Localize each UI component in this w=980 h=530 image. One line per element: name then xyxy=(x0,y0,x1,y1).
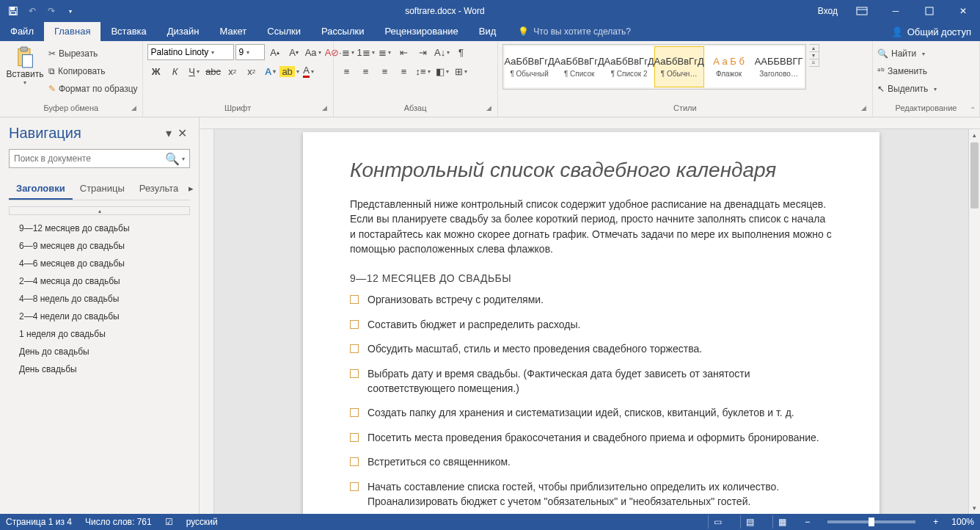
checkbox-icon[interactable] xyxy=(350,482,359,491)
shrink-font-icon[interactable]: A▾ xyxy=(285,44,303,60)
read-mode-icon[interactable]: ▭ xyxy=(708,515,727,529)
tab-review[interactable]: Рецензирование xyxy=(374,22,468,41)
nav-item[interactable]: 2—4 месяца до свадьбы xyxy=(9,272,190,290)
checkbox-icon[interactable] xyxy=(350,369,359,378)
bullets-icon[interactable]: ∙≣ xyxy=(338,44,356,60)
vertical-scrollbar[interactable]: ▴ ▾ xyxy=(968,129,980,514)
nav-item[interactable]: 2—4 недели до свадьбы xyxy=(9,308,190,325)
font-color-icon[interactable]: A xyxy=(300,63,318,79)
styles-down-icon[interactable]: ▾ xyxy=(809,52,819,59)
nav-close-icon[interactable]: ✕ xyxy=(175,126,190,140)
tab-view[interactable]: Вид xyxy=(469,22,507,41)
styles-dialog-launcher-icon[interactable]: ◢ xyxy=(861,104,866,112)
checkbox-icon[interactable] xyxy=(350,433,359,442)
indent-icon[interactable]: ⇥ xyxy=(414,44,432,60)
redo-icon[interactable]: ↷ xyxy=(43,2,60,20)
justify-icon[interactable]: ≡ xyxy=(395,63,413,79)
nav-search[interactable]: 🔍▾ xyxy=(9,149,190,168)
close-icon[interactable]: ✕ xyxy=(946,0,980,22)
nav-item[interactable]: 1 неделя до свадьбы xyxy=(9,325,190,343)
tab-refs[interactable]: Ссылки xyxy=(257,22,311,41)
nav-tab-headings[interactable]: Заголовки xyxy=(9,178,73,200)
qat-customize-icon[interactable]: ▾ xyxy=(62,2,79,20)
nav-tab-pages[interactable]: Страницы xyxy=(73,178,132,200)
tellme-search[interactable]: 💡Что вы хотите сделать? xyxy=(506,22,631,41)
checkbox-icon[interactable] xyxy=(350,295,359,304)
nav-item[interactable]: 4—6 месяцев до свадьбы xyxy=(9,255,190,272)
style-item[interactable]: АаБбВвГгД¶ Список xyxy=(555,46,604,87)
scroll-up-icon[interactable]: ▴ xyxy=(969,129,980,141)
copy-button[interactable]: ⧉Копировать xyxy=(48,63,138,79)
styles-up-icon[interactable]: ▴ xyxy=(809,45,819,52)
signin-link[interactable]: Вход xyxy=(811,0,845,22)
highlight-icon[interactable]: ab xyxy=(281,63,299,79)
bold-icon[interactable]: Ж xyxy=(147,63,165,79)
font-name-combo[interactable]: Palatino Linoty▾ xyxy=(147,44,234,60)
nav-item[interactable]: День до свадьбы xyxy=(9,343,190,360)
zoom-level[interactable]: 100% xyxy=(951,517,974,527)
format-painter-button[interactable]: ✎Формат по образцу xyxy=(48,81,138,97)
outdent-icon[interactable]: ⇤ xyxy=(395,44,413,60)
line-spacing-icon[interactable]: ↕≡ xyxy=(414,63,432,79)
scroll-down-icon[interactable]: ▾ xyxy=(969,502,980,514)
borders-icon[interactable]: ⊞ xyxy=(453,63,470,79)
zoom-out-icon[interactable]: − xyxy=(805,517,810,527)
align-left-icon[interactable]: ≡ xyxy=(338,63,356,79)
multilevel-icon[interactable]: ≣ xyxy=(376,44,394,60)
find-button[interactable]: 🔍Найти▾ xyxy=(877,46,925,62)
italic-icon[interactable]: К xyxy=(167,63,184,79)
tab-mail[interactable]: Рассылки xyxy=(311,22,374,41)
font-size-combo[interactable]: 9▾ xyxy=(235,44,265,60)
underline-icon[interactable]: Ч xyxy=(186,63,203,79)
nav-item[interactable]: 6—9 месяцев до свадьбы xyxy=(9,237,190,255)
nav-tabs-overflow-icon[interactable]: ▸ xyxy=(186,178,197,200)
status-language[interactable]: русский xyxy=(186,517,218,527)
para-dialog-launcher-icon[interactable]: ◢ xyxy=(486,104,491,112)
nav-tab-results[interactable]: Результа xyxy=(132,178,186,200)
superscript-icon[interactable]: x2 xyxy=(243,63,260,79)
style-item[interactable]: АаБбВвГгД¶ Обычный xyxy=(505,46,555,87)
style-item[interactable]: ААББВВГГЗаголово… xyxy=(754,46,804,87)
align-center-icon[interactable]: ≡ xyxy=(357,63,375,79)
text-effects-icon[interactable]: A xyxy=(262,63,279,79)
ruler-vertical[interactable] xyxy=(200,129,214,514)
zoom-slider[interactable] xyxy=(827,520,915,523)
change-case-icon[interactable]: Aa xyxy=(304,44,322,60)
select-button[interactable]: ↖Выделить▾ xyxy=(877,81,937,97)
font-dialog-launcher-icon[interactable]: ◢ xyxy=(322,104,327,112)
sort-icon[interactable]: A↓ xyxy=(434,44,451,60)
search-icon[interactable]: 🔍 xyxy=(165,152,180,166)
numbering-icon[interactable]: 1≣ xyxy=(357,44,375,60)
replace-button[interactable]: ᵃᵇЗаменить xyxy=(877,63,927,79)
display-options-icon[interactable] xyxy=(845,0,879,22)
ruler-horizontal[interactable] xyxy=(200,117,980,129)
nav-search-input[interactable] xyxy=(14,153,165,164)
tab-layout[interactable]: Макет xyxy=(209,22,257,41)
checkbox-icon[interactable] xyxy=(350,320,359,329)
nav-item[interactable]: 4—8 недель до свадьбы xyxy=(9,290,190,308)
subscript-icon[interactable]: x2 xyxy=(224,63,241,79)
share-button[interactable]: 👤Общий доступ xyxy=(882,22,980,41)
nav-menu-icon[interactable]: ▾ xyxy=(163,126,175,140)
nav-collapse-icon[interactable]: ▴ xyxy=(9,206,190,215)
styles-gallery[interactable]: АаБбВвГгД¶ ОбычныйАаБбВвГгД¶ СписокАаБбВ… xyxy=(502,44,806,90)
tab-file[interactable]: Файл xyxy=(0,22,44,41)
print-layout-icon[interactable]: ▤ xyxy=(740,515,759,529)
save-icon[interactable] xyxy=(4,2,22,20)
status-words[interactable]: Число слов: 761 xyxy=(85,517,152,527)
minimize-icon[interactable]: ─ xyxy=(879,0,913,22)
grow-font-icon[interactable]: A▴ xyxy=(266,44,284,60)
style-item[interactable]: АаБбВвГгД¶ Список 2 xyxy=(604,46,654,87)
document-page[interactable]: Контрольный список свадебного календаря … xyxy=(303,132,880,514)
shading-icon[interactable]: ◧ xyxy=(434,63,451,79)
tab-home[interactable]: Главная xyxy=(44,22,100,41)
strike-icon[interactable]: abc xyxy=(205,63,222,79)
pilcrow-icon[interactable]: ¶ xyxy=(453,44,470,60)
web-layout-icon[interactable]: ▦ xyxy=(772,515,791,529)
checkbox-icon[interactable] xyxy=(350,408,359,417)
style-item[interactable]: А а Б бФлажок xyxy=(704,46,754,87)
collapse-ribbon-icon[interactable]: ⌃ xyxy=(970,106,976,114)
checkbox-icon[interactable] xyxy=(350,344,359,353)
nav-item[interactable]: День свадьбы xyxy=(9,360,190,378)
paste-button[interactable]: Вставить ▾ xyxy=(4,44,45,101)
